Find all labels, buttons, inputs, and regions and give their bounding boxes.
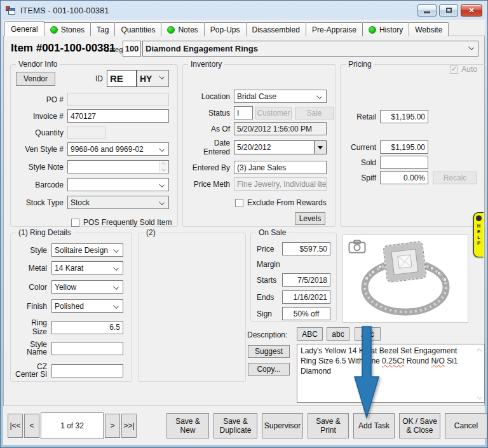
- tab-general[interactable]: General: [4, 21, 44, 36]
- location-dropdown[interactable]: Bridal Case: [234, 90, 327, 103]
- metal-label: Metal: [15, 264, 51, 273]
- scroll-down-icon[interactable]: [477, 395, 482, 399]
- description-textarea[interactable]: Lady's Yellow 14 Karat Bezel Set Engagem…: [297, 344, 485, 403]
- ok-save-close-button[interactable]: OK / Save & Close: [399, 413, 440, 438]
- tab-quantities[interactable]: Quantities: [114, 22, 161, 36]
- pos-frequently-sold-checkbox[interactable]: [71, 219, 79, 227]
- first-record-button[interactable]: |<<: [8, 414, 23, 438]
- calendar-dropdown-button[interactable]: [315, 140, 327, 154]
- sold-field[interactable]: [380, 156, 428, 169]
- vendor-id-field[interactable]: RE: [107, 70, 137, 87]
- cz-center-si-field[interactable]: [51, 364, 123, 377]
- add-task-button[interactable]: Add Task: [353, 413, 395, 438]
- sale-sign-field[interactable]: 50% off: [282, 307, 330, 320]
- help-badge-icon: [476, 215, 482, 221]
- style-name-field[interactable]: [51, 342, 123, 355]
- tab-notes[interactable]: Notes: [161, 22, 204, 36]
- tab-history[interactable]: History: [362, 22, 409, 36]
- green-dot-icon: [167, 26, 175, 34]
- auto-checkbox: [450, 65, 458, 74]
- next-record-button[interactable]: >: [105, 414, 120, 438]
- cz-center-si-label: CZ Center Si: [15, 363, 51, 378]
- style-note-field[interactable]: [67, 160, 169, 173]
- date-entered-picker[interactable]: 5/20/2012: [234, 140, 327, 154]
- style-name-label: Style Name: [15, 341, 51, 356]
- cancel-button[interactable]: Cancel: [445, 413, 487, 438]
- finish-dropdown[interactable]: Polished: [51, 299, 123, 313]
- last-record-button[interactable]: >>|: [121, 414, 137, 438]
- tab-stones[interactable]: Stones: [44, 22, 91, 36]
- ring-size-field[interactable]: 6.5: [51, 321, 123, 334]
- product-image-panel[interactable]: [342, 234, 468, 323]
- current-field[interactable]: $1,195.00: [380, 140, 428, 154]
- stock-type-value: Stock: [71, 198, 90, 207]
- stock-type-dropdown[interactable]: Stock: [67, 196, 169, 209]
- close-button[interactable]: ✕: [461, 4, 482, 17]
- style-label: Style: [15, 246, 51, 255]
- style-value: Solitaire Design: [55, 246, 108, 255]
- vendor-button[interactable]: Vendor: [16, 72, 55, 86]
- sold-label: Sold: [344, 158, 380, 167]
- auto-label: Auto: [461, 65, 477, 74]
- vendor-info-group: Vendor Info Vendor ID RE HY PO # Invoice…: [10, 64, 178, 227]
- entered-by-label: Entered By: [186, 163, 234, 172]
- price-method-dropdown: Fine Jewelry, Individual Iten: [234, 177, 327, 191]
- ven-style-dropdown[interactable]: 9968-06 and 9969-02: [67, 142, 169, 156]
- invoice-field[interactable]: 470127: [67, 109, 169, 123]
- retail-field[interactable]: $1,195.00: [380, 110, 428, 123]
- green-dot-icon: [369, 26, 376, 34]
- color-label: Color: [15, 283, 51, 292]
- chevron-down-icon: [159, 147, 164, 151]
- tab-disassembled[interactable]: Disassembled: [246, 22, 306, 36]
- sale-ends-field[interactable]: 1/16/2021: [282, 290, 330, 304]
- save-and-duplicate-button[interactable]: Save & Duplicate: [214, 413, 257, 438]
- tab-label: Pop-Ups: [210, 25, 240, 34]
- metal-dropdown[interactable]: 14 Karat: [51, 261, 123, 275]
- tab-tag[interactable]: Tag: [90, 22, 115, 36]
- lowercase-button[interactable]: abc: [327, 327, 349, 341]
- vendor-name-value: HY: [140, 74, 152, 84]
- style-dropdown[interactable]: Solitaire Design: [51, 243, 123, 257]
- sign-label: Sign: [257, 309, 272, 318]
- items-window: ITEMS - 001-100-00381 ✕ General Stones T…: [0, 0, 488, 448]
- minimize-button[interactable]: [417, 4, 437, 17]
- supervisor-button[interactable]: Supervisor: [262, 413, 303, 438]
- spiff-field[interactable]: 0.00%: [380, 171, 428, 184]
- group-label: Inventory: [188, 60, 224, 69]
- maximize-button[interactable]: [439, 4, 458, 17]
- previous-record-button[interactable]: <: [24, 414, 39, 438]
- spinner-icon[interactable]: [159, 161, 168, 172]
- metal-value: 14 Karat: [55, 264, 83, 273]
- titlecase-button[interactable]: Abc: [355, 327, 381, 341]
- save-and-print-button[interactable]: Save & Print: [308, 413, 349, 438]
- barcode-dropdown[interactable]: [67, 178, 169, 191]
- on-sale-group: On Sale Price $597.50 Margin Starts 7/5/…: [250, 233, 337, 322]
- current-label: Current: [344, 143, 380, 152]
- scroll-up-icon[interactable]: [477, 348, 482, 352]
- vendor-name-dropdown[interactable]: HY: [137, 70, 169, 87]
- ven-style-value: 9968-06 and 9969-02: [71, 145, 144, 154]
- help-tab[interactable]: HELP: [473, 212, 484, 257]
- category-code-field[interactable]: 100: [123, 41, 141, 57]
- tab-website[interactable]: Website: [409, 22, 449, 36]
- copy-button[interactable]: Copy...: [248, 363, 290, 376]
- uppercase-button[interactable]: ABC: [297, 327, 323, 341]
- price-label: Price: [257, 245, 274, 254]
- sale-price-field[interactable]: $597.50: [282, 242, 330, 255]
- color-value: Yellow: [55, 283, 76, 292]
- stock-type-label: Stock Type: [16, 198, 67, 207]
- suggest-button[interactable]: Suggest: [248, 345, 290, 358]
- category-dropdown[interactable]: Diamond Engagement Rings: [142, 41, 478, 57]
- status-field[interactable]: I: [234, 106, 253, 119]
- exclude-rewards-checkbox[interactable]: [235, 199, 243, 207]
- ends-label: Ends: [257, 293, 274, 302]
- color-dropdown[interactable]: Yellow: [51, 280, 123, 294]
- tab-preappraise[interactable]: Pre-Appraise: [306, 22, 363, 36]
- save-and-new-button[interactable]: Save & New: [166, 413, 209, 438]
- maximize-icon: [446, 8, 452, 13]
- ven-style-label: Ven Style #: [16, 145, 67, 154]
- inventory-group: Inventory Location Bridal Case Status I …: [182, 64, 336, 227]
- sale-starts-field[interactable]: 7/5/2018: [282, 273, 330, 287]
- levels-button[interactable]: Levels: [295, 212, 325, 225]
- tab-popups[interactable]: Pop-Ups: [204, 22, 247, 36]
